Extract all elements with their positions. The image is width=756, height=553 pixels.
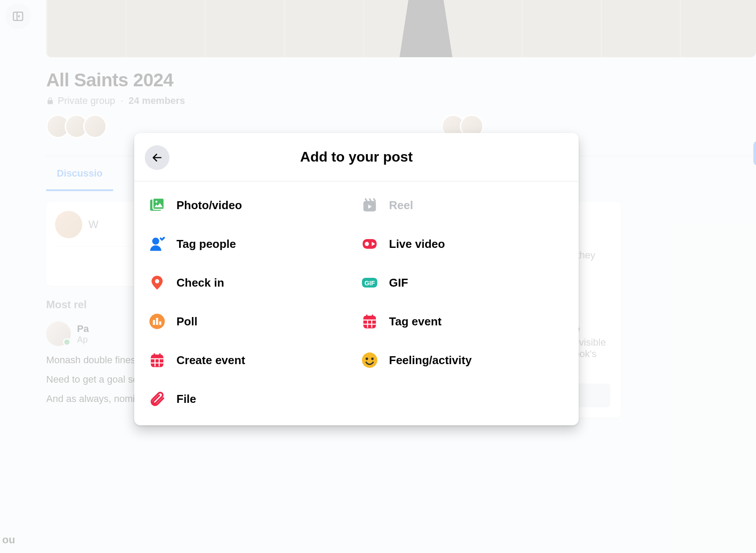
option-label: Live video [389,237,445,251]
option-label: GIF [389,276,408,290]
option-live-video[interactable]: Live video [361,233,565,254]
option-label: Check in [176,276,224,290]
option-poll[interactable]: Poll [148,311,352,332]
location-pin-icon [148,274,166,291]
option-feeling-activity[interactable]: Feeling/activity [361,350,565,371]
svg-rect-24 [372,314,373,317]
poll-icon [148,313,166,330]
option-tag-event[interactable]: Tag event [361,311,565,332]
svg-rect-15 [156,318,158,325]
modal-header: Add to your post [134,133,579,181]
option-reel: Reel [361,195,565,216]
svg-point-34 [371,358,374,360]
modal-options: Photo/video Reel Tag people Live video [134,181,579,425]
option-check-in[interactable]: Check in [148,272,352,293]
svg-point-7 [152,238,159,245]
option-label: Tag event [389,315,441,328]
svg-rect-25 [151,354,164,367]
feeling-icon [361,351,378,369]
live-video-icon [361,235,378,253]
option-label: Feeling/activity [389,354,472,367]
option-label: Poll [176,315,198,328]
modal-title: Add to your post [300,149,413,165]
arrow-left-icon [151,152,163,163]
svg-point-5 [155,201,158,203]
photo-video-icon [148,196,166,214]
svg-rect-16 [159,321,161,325]
create-event-icon [148,351,166,369]
option-label: Tag people [176,237,236,251]
tag-people-icon [148,235,166,253]
option-label: Reel [389,199,413,212]
option-label: File [176,392,196,406]
svg-rect-31 [159,353,161,356]
svg-rect-23 [366,314,367,317]
add-to-post-modal: Add to your post Photo/video Reel Tag pe… [134,133,579,425]
option-create-event[interactable]: Create event [148,350,352,371]
svg-point-33 [366,358,368,360]
tag-event-icon [361,313,378,330]
svg-point-10 [155,279,159,284]
option-tag-people[interactable]: Tag people [148,233,352,254]
svg-text:GIF: GIF [364,280,375,287]
reel-icon [361,196,378,214]
option-gif[interactable]: GIF GIF [361,272,565,293]
svg-rect-14 [153,320,155,325]
svg-rect-30 [154,353,155,356]
paperclip-icon [148,390,166,408]
svg-point-32 [362,353,378,368]
option-label: Create event [176,354,245,367]
back-button[interactable] [145,145,169,170]
option-file[interactable]: File [148,388,352,409]
svg-point-9 [365,242,369,246]
svg-rect-18 [363,316,376,320]
gif-icon: GIF [361,274,378,291]
option-photo-video[interactable]: Photo/video [148,195,352,216]
option-label: Photo/video [176,199,242,212]
svg-rect-4 [153,198,164,209]
